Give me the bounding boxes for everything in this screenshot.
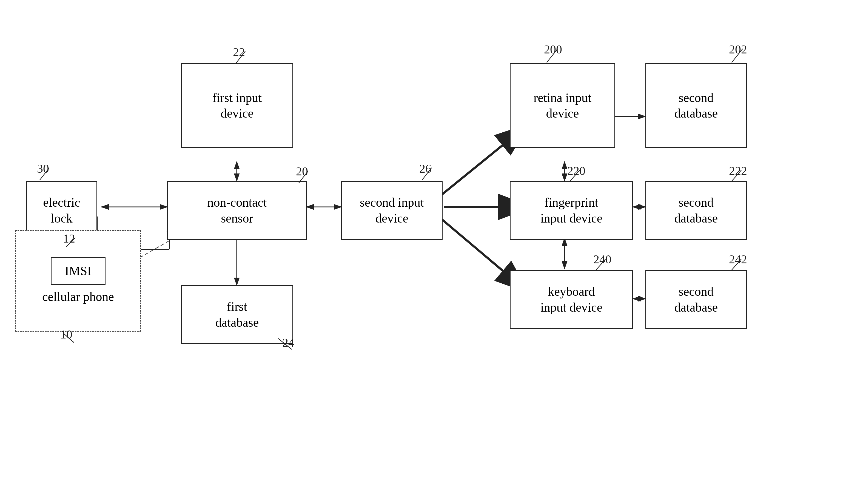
svg-line-25: [278, 339, 292, 349]
second-database-fingerprint-box: second database: [645, 181, 747, 240]
svg-line-22: [299, 171, 308, 183]
svg-line-31: [732, 170, 741, 181]
retina-input-device-label: retina input device: [534, 90, 591, 121]
imsi-label: IMSI: [65, 263, 91, 279]
svg-line-32: [596, 259, 606, 270]
svg-line-26: [66, 238, 75, 247]
electric-lock-label: electric lock: [43, 195, 80, 226]
svg-line-27: [63, 333, 74, 343]
first-database-label: first database: [215, 299, 259, 330]
svg-line-28: [547, 49, 558, 62]
imsi-box: IMSI: [51, 257, 106, 285]
first-database-box: first database: [181, 285, 293, 344]
non-contact-sensor-box: non-contact sensor: [167, 181, 307, 240]
non-contact-sensor-label: non-contact sensor: [207, 195, 267, 226]
second-database-retina-label: second database: [674, 90, 718, 121]
second-input-device-box: second input device: [341, 181, 442, 240]
svg-line-29: [732, 49, 743, 62]
second-database-keyboard-label: second database: [674, 284, 718, 315]
retina-input-device-box: retina input device: [510, 63, 615, 148]
first-input-device-box: first input device: [181, 63, 293, 148]
second-database-fingerprint-label: second database: [674, 195, 718, 226]
keyboard-input-device-box: keyboard input device: [510, 270, 633, 329]
cellular-phone-label: cellular phone: [42, 289, 114, 305]
svg-line-23: [40, 168, 49, 180]
second-database-retina-box: second database: [645, 63, 747, 148]
fingerprint-device-label: fingerprint input device: [540, 195, 602, 226]
second-input-device-label: second input device: [360, 195, 424, 226]
second-database-keyboard-box: second database: [645, 270, 747, 329]
first-input-device-label: first input device: [212, 90, 262, 121]
svg-line-24: [422, 168, 432, 180]
svg-line-30: [570, 170, 580, 181]
svg-line-33: [732, 259, 741, 270]
keyboard-input-device-label: keyboard input device: [540, 284, 602, 315]
svg-line-21: [236, 51, 245, 64]
fingerprint-device-box: fingerprint input device: [510, 181, 633, 240]
